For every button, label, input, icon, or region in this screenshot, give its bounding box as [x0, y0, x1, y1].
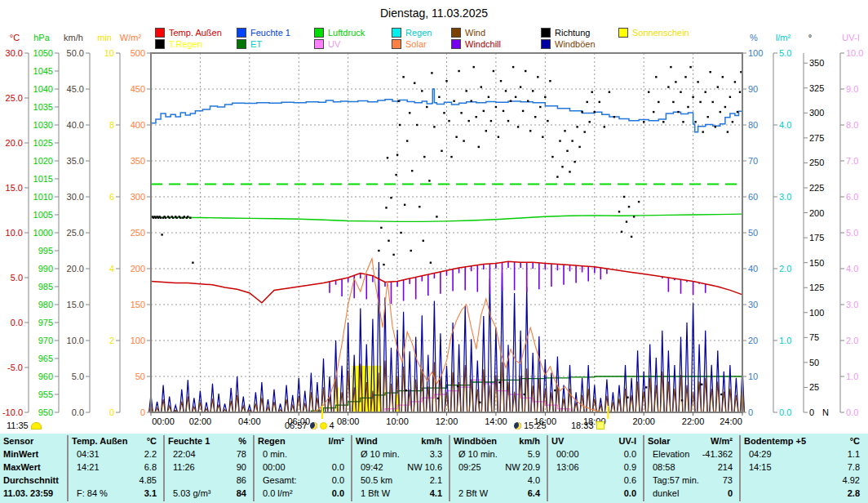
direction-dot: [699, 101, 701, 103]
axis-tick-label: 4.0: [779, 120, 791, 130]
axis-tick-label: 200: [131, 264, 145, 274]
axis-tick-label: 980: [38, 300, 53, 309]
direction-dot: [169, 217, 170, 219]
axis-tick-label: 20.0: [67, 264, 84, 274]
axis-tick-label: 1.0: [846, 372, 858, 381]
direction-dot: [476, 116, 477, 118]
sunrise-annotation: 06:574: [285, 421, 334, 430]
direction-dot: [479, 402, 480, 403]
direction-dot: [503, 110, 504, 112]
axis-tick-label: 1010: [33, 192, 53, 202]
direction-dot: [707, 116, 709, 118]
axis-rain: l/m²5.04.03.02.01.00.0: [773, 33, 791, 417]
direction-dot: [705, 91, 706, 93]
sensor-row-label: 11.03. 23:59: [3, 488, 53, 498]
direction-dot: [378, 250, 379, 252]
table-cell-value: NW 10.6: [352, 462, 442, 472]
direction-dot: [727, 131, 728, 132]
table-cell-label: 0 min.: [263, 449, 287, 459]
direction-dot: [402, 76, 404, 78]
direction-dot: [460, 112, 462, 114]
axis-tick-label: 0.0: [779, 407, 791, 417]
direction-dot: [485, 130, 487, 131]
direction-dot: [613, 116, 615, 118]
direction-dot: [589, 121, 591, 122]
axis-tick-label: 200: [809, 208, 824, 218]
table-cell-value: 4.0: [450, 475, 540, 485]
direction-dot: [712, 101, 714, 103]
direction-dot: [457, 385, 458, 387]
axis-tick-label: 1020: [33, 156, 53, 166]
direction-dot: [431, 72, 432, 73]
x-axis-label: 14:00: [485, 416, 507, 426]
direction-dot: [463, 140, 464, 141]
legend-color-box: [618, 28, 628, 38]
direction-dot: [604, 126, 605, 127]
axis-temp: °C30.025.020.015.010.05.00.0-5.0-10.0: [2, 33, 29, 417]
direction-dot: [450, 156, 452, 158]
axis-direction: °350325300275250225200175150125100755025…: [804, 33, 829, 417]
legend-color-box: [541, 28, 551, 38]
column-header-unit: °C: [69, 436, 157, 446]
legend-column: Sonnenschein: [618, 27, 689, 38]
direction-dot: [692, 96, 693, 98]
axis-tick-label: 400: [131, 120, 145, 130]
moonrise-time: 15:25: [524, 421, 547, 430]
direction-dot: [395, 174, 396, 176]
direction-dot: [539, 106, 541, 108]
direction-dot: [387, 157, 388, 158]
direction-dot: [397, 100, 399, 102]
legend-color-box: [392, 39, 401, 49]
moon-icon: [514, 422, 521, 430]
direction-dot: [556, 176, 558, 177]
axis-tick-label: 10.0: [846, 48, 863, 58]
axis-tick-label: 0: [748, 407, 753, 417]
axis-tick-label: 250: [809, 158, 824, 167]
axis-wind: km/h50.045.040.035.030.025.020.015.010.0…: [64, 33, 90, 417]
direction-dot: [715, 126, 716, 127]
direction-dot: [522, 110, 524, 112]
axis-tick-label: 2.0: [779, 264, 791, 274]
sun-square-icon: [596, 421, 604, 430]
x-axis-label: 10:00: [386, 416, 409, 426]
sensor-row-label: MaxWert: [3, 462, 41, 472]
table-cell-value: 4.85: [69, 475, 157, 485]
direction-dot: [578, 146, 580, 148]
direction-dot: [400, 232, 401, 234]
direction-dot: [697, 81, 698, 82]
direction-dot: [701, 384, 702, 385]
x-axis-label: 04:00: [238, 416, 261, 426]
direction-dot: [512, 66, 514, 68]
axis-unit-label: °C: [10, 33, 20, 42]
legend-label: Feuchte 1: [250, 28, 290, 38]
direction-dot: [437, 398, 439, 399]
axis-unit-label: °: [808, 33, 812, 42]
axis-tick-label: 955: [38, 389, 53, 399]
direction-dot: [677, 111, 679, 113]
moon-phase-value: 4: [330, 421, 334, 430]
axis-tick-label: 0: [809, 407, 814, 417]
direction-dot: [525, 70, 526, 72]
axis-tick-label: 225: [809, 183, 824, 193]
direction-dot: [638, 201, 640, 203]
direction-dot: [542, 136, 543, 138]
direction-dot: [380, 227, 382, 229]
table-cell-value: 3.1: [69, 488, 157, 498]
sunset-annotation: 18:33: [571, 421, 604, 430]
axis-tick-label: 10: [748, 372, 758, 381]
direction-dot: [655, 76, 657, 78]
direction-dot: [559, 140, 560, 141]
direction-dot: [510, 100, 512, 102]
direction-dot: [445, 80, 447, 82]
table-cell-value: 3.3: [352, 449, 442, 459]
axis-tick-label: 970: [38, 336, 53, 345]
axis-tick-label: 1000: [33, 228, 53, 238]
table-cell-value: 6.8: [69, 462, 157, 472]
direction-dot: [421, 90, 423, 91]
sunrise-time: 06:57: [285, 421, 308, 430]
axis-tick-label: 30: [748, 300, 758, 309]
direction-dot: [524, 394, 525, 395]
direction-dot: [621, 231, 622, 233]
legend-color-box: [155, 28, 165, 38]
axis-tick-label: 50.0: [67, 48, 84, 58]
